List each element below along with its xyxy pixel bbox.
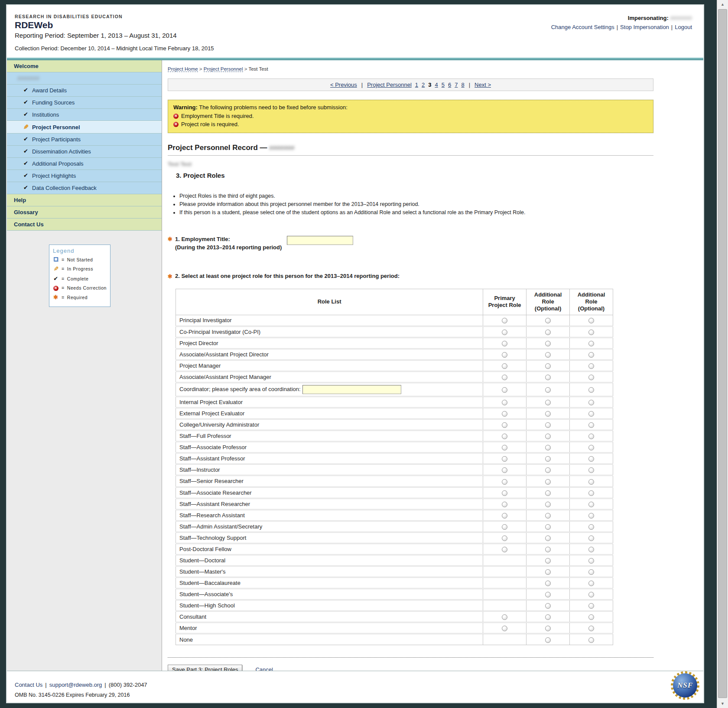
additional-role-2-radio-student-associate-s[interactable] xyxy=(588,592,594,597)
additional-role-2-radio-staff-admin-assistant-secretary[interactable] xyxy=(588,524,594,530)
additional-role-2-radio-none[interactable] xyxy=(588,637,594,643)
pagination-page-link-1[interactable]: 1 xyxy=(415,82,418,88)
additional-role-2-radio-co-principal-investigator-co-pi[interactable] xyxy=(588,330,594,335)
additional-role-2-radio-staff-technology-support[interactable] xyxy=(588,535,594,541)
additional-role-1-radio-staff-technology-support[interactable] xyxy=(545,535,551,541)
additional-role-2-radio-staff-senior-researcher[interactable] xyxy=(588,479,594,485)
sidebar-item-dissemination-activities[interactable]: ✔Dissemination Activities xyxy=(7,146,162,158)
additional-role-2-radio-student-doctoral[interactable] xyxy=(588,558,594,564)
primary-role-radio-staff-assistant-researcher[interactable] xyxy=(502,502,507,507)
sidebar-item-funding-sources[interactable]: ✔Funding Sources xyxy=(7,97,162,109)
additional-role-1-radio-staff-assistant-professor[interactable] xyxy=(545,456,551,462)
pagination-page-link-5[interactable]: 5 xyxy=(442,82,445,88)
additional-role-2-radio-associate-assistant-project-director[interactable] xyxy=(588,352,594,358)
additional-role-2-radio-internal-project-evaluator[interactable] xyxy=(588,400,594,405)
pagination-section-link[interactable]: Project Personnel xyxy=(367,82,412,88)
additional-role-1-radio-post-doctoral-fellow[interactable] xyxy=(545,547,551,552)
sidebar-item-welcome[interactable]: Welcome xyxy=(7,60,162,72)
additional-role-2-radio-principal-investigator[interactable] xyxy=(588,318,594,323)
additional-role-1-radio-staff-instructor[interactable] xyxy=(545,467,551,473)
primary-role-radio-staff-associate-professor[interactable] xyxy=(502,445,507,450)
additional-role-1-radio-associate-assistant-project-manager[interactable] xyxy=(545,375,551,380)
primary-role-radio-staff-instructor[interactable] xyxy=(502,467,507,473)
additional-role-2-radio-staff-assistant-researcher[interactable] xyxy=(588,502,594,507)
primary-role-radio-staff-senior-researcher[interactable] xyxy=(502,479,507,485)
primary-role-radio-mentor[interactable] xyxy=(502,626,507,631)
scrollbar-up-arrow-icon[interactable]: ▲ xyxy=(717,0,728,9)
window-scrollbar[interactable]: ▲ ▼ xyxy=(717,0,728,708)
additional-role-2-radio-staff-full-professor[interactable] xyxy=(588,434,594,439)
sidebar-item-additional-proposals[interactable]: ✔Additional Proposals xyxy=(7,158,162,170)
additional-role-2-radio-staff-associate-researcher[interactable] xyxy=(588,490,594,496)
primary-role-radio-staff-full-professor[interactable] xyxy=(502,434,507,439)
primary-role-radio-external-project-evaluator[interactable] xyxy=(502,411,507,417)
pagination-next-link[interactable]: Next > xyxy=(474,82,491,88)
sidebar-item-project-participants[interactable]: ✔Project Participants xyxy=(7,134,162,146)
additional-role-1-radio-external-project-evaluator[interactable] xyxy=(545,411,551,417)
primary-role-radio-project-manager[interactable] xyxy=(502,363,507,369)
sidebar-item-institutions[interactable]: ✔Institutions xyxy=(7,109,162,121)
additional-role-2-radio-project-manager[interactable] xyxy=(588,363,594,369)
additional-role-1-radio-associate-assistant-project-director[interactable] xyxy=(545,352,551,358)
sidebar-item-data-collection-feedback[interactable]: ✔Data Collection Feedback xyxy=(7,182,162,194)
sidebar-item-glossary[interactable]: Glossary xyxy=(7,206,162,219)
primary-role-radio-staff-admin-assistant-secretary[interactable] xyxy=(502,524,507,530)
sidebar-item-project-highlights[interactable]: ✔Project Highlights xyxy=(7,170,162,182)
additional-role-1-radio-coordinator-please-specify-area-of-coordination[interactable] xyxy=(545,387,551,393)
breadcrumb-link-project-home[interactable]: Project Home xyxy=(168,66,198,72)
employment-title-input[interactable] xyxy=(287,236,353,245)
breadcrumb-link-project-personnel[interactable]: Project Personnel xyxy=(204,66,243,72)
primary-role-radio-associate-assistant-project-manager[interactable] xyxy=(502,375,507,380)
additional-role-1-radio-student-baccalaureate[interactable] xyxy=(545,581,551,586)
primary-role-radio-college-university-administrator[interactable] xyxy=(502,422,507,428)
primary-role-radio-staff-associate-researcher[interactable] xyxy=(502,490,507,496)
scrollbar-thumb[interactable] xyxy=(718,9,727,698)
additional-role-1-radio-staff-senior-researcher[interactable] xyxy=(545,479,551,485)
pagination-page-link-6[interactable]: 6 xyxy=(448,82,451,88)
primary-role-radio-co-principal-investigator-co-pi[interactable] xyxy=(502,330,507,335)
additional-role-1-radio-project-director[interactable] xyxy=(545,341,551,346)
additional-role-2-radio-student-baccalaureate[interactable] xyxy=(588,581,594,586)
additional-role-2-radio-project-director[interactable] xyxy=(588,341,594,346)
primary-role-radio-associate-assistant-project-director[interactable] xyxy=(502,352,507,358)
additional-role-2-radio-student-master-s[interactable] xyxy=(588,569,594,575)
primary-role-radio-consultant[interactable] xyxy=(502,614,507,620)
sidebar-item-award-details[interactable]: ✔Award Details xyxy=(7,85,162,97)
additional-role-1-radio-project-manager[interactable] xyxy=(545,363,551,369)
additional-role-1-radio-principal-investigator[interactable] xyxy=(545,318,551,323)
sidebar-item--[interactable]: ####### xyxy=(7,72,162,85)
pagination-page-link-2[interactable]: 2 xyxy=(422,82,425,88)
pagination-previous-link[interactable]: < Previous xyxy=(330,82,357,88)
additional-role-1-radio-student-doctoral[interactable] xyxy=(545,558,551,564)
additional-role-1-radio-staff-assistant-researcher[interactable] xyxy=(545,502,551,507)
additional-role-1-radio-staff-full-professor[interactable] xyxy=(545,434,551,439)
pagination-page-link-7[interactable]: 7 xyxy=(455,82,458,88)
additional-role-2-radio-college-university-administrator[interactable] xyxy=(588,422,594,428)
additional-role-2-radio-staff-research-assistant[interactable] xyxy=(588,513,594,519)
additional-role-1-radio-student-master-s[interactable] xyxy=(545,569,551,575)
additional-role-1-radio-staff-associate-professor[interactable] xyxy=(545,445,551,450)
footer-email-link[interactable]: support@rdeweb.org xyxy=(49,682,102,688)
additional-role-1-radio-college-university-administrator[interactable] xyxy=(545,422,551,428)
primary-role-radio-internal-project-evaluator[interactable] xyxy=(502,400,507,405)
additional-role-1-radio-student-associate-s[interactable] xyxy=(545,592,551,597)
coordination-area-input[interactable] xyxy=(302,385,401,394)
additional-role-1-radio-student-high-school[interactable] xyxy=(545,603,551,609)
scrollbar-down-arrow-icon[interactable]: ▼ xyxy=(717,699,728,708)
additional-role-1-radio-staff-associate-researcher[interactable] xyxy=(545,490,551,496)
additional-role-1-radio-internal-project-evaluator[interactable] xyxy=(545,400,551,405)
additional-role-2-radio-staff-instructor[interactable] xyxy=(588,467,594,473)
additional-role-1-radio-co-principal-investigator-co-pi[interactable] xyxy=(545,330,551,335)
additional-role-2-radio-associate-assistant-project-manager[interactable] xyxy=(588,375,594,380)
account-link-logout[interactable]: Logout xyxy=(675,24,692,30)
additional-role-2-radio-coordinator-please-specify-area-of-coordination[interactable] xyxy=(588,387,594,393)
sidebar-item-help[interactable]: Help xyxy=(7,194,162,206)
additional-role-2-radio-student-high-school[interactable] xyxy=(588,603,594,609)
pagination-page-link-8[interactable]: 8 xyxy=(461,82,464,88)
additional-role-1-radio-consultant[interactable] xyxy=(545,614,551,620)
additional-role-1-radio-mentor[interactable] xyxy=(545,626,551,631)
save-button[interactable]: Save Part 3: Project Roles xyxy=(168,665,242,671)
additional-role-1-radio-staff-research-assistant[interactable] xyxy=(545,513,551,519)
sidebar-item-contact-us[interactable]: Contact Us xyxy=(7,219,162,231)
account-link-change-account-settings[interactable]: Change Account Settings xyxy=(551,24,614,30)
